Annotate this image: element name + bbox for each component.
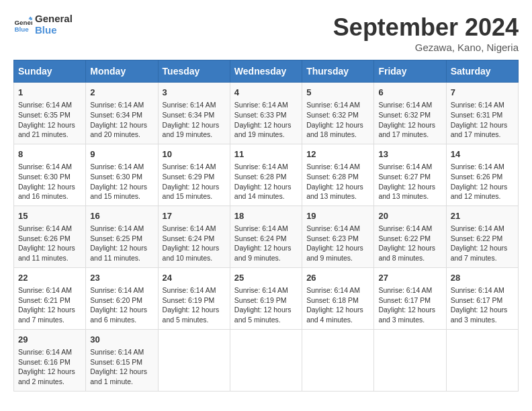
daylight-label: Daylight: 12 hours and 11 minutes.	[90, 244, 147, 262]
sunrise: Sunrise: 6:14 AM	[90, 101, 144, 109]
sunrise: Sunrise: 6:14 AM	[90, 224, 144, 232]
sunset: Sunset: 6:17 PM	[451, 296, 503, 304]
sunrise: Sunrise: 6:14 AM	[234, 286, 288, 294]
day-number: 26	[306, 272, 369, 284]
sunrise: Sunrise: 6:14 AM	[90, 286, 144, 294]
day-number: 15	[18, 210, 81, 222]
sunrise: Sunrise: 6:14 AM	[163, 224, 216, 232]
calendar-cell	[158, 329, 230, 391]
sunset: Sunset: 6:26 PM	[18, 234, 71, 242]
daylight-label: Daylight: 12 hours and 1 minute.	[90, 367, 147, 385]
day-number: 16	[90, 210, 153, 222]
sunrise: Sunrise: 6:14 AM	[18, 224, 72, 232]
daylight-label: Daylight: 12 hours and 7 minutes.	[451, 244, 508, 262]
daylight-label: Daylight: 12 hours and 5 minutes.	[163, 306, 220, 324]
header-friday: Friday	[374, 60, 446, 83]
sunset: Sunset: 6:24 PM	[234, 234, 287, 242]
daylight-label: Daylight: 12 hours and 19 minutes.	[163, 121, 220, 139]
day-number: 20	[378, 210, 441, 222]
calendar-week-1: 1Sunrise: 6:14 AMSunset: 6:35 PMDaylight…	[14, 83, 519, 144]
day-number: 23	[90, 272, 153, 284]
sunset: Sunset: 6:26 PM	[451, 173, 503, 181]
sunset: Sunset: 6:23 PM	[306, 234, 359, 242]
sunset: Sunset: 6:22 PM	[378, 234, 431, 242]
sunset: Sunset: 6:22 PM	[451, 234, 503, 242]
sunrise: Sunrise: 6:14 AM	[306, 101, 360, 109]
calendar-week-2: 8Sunrise: 6:14 AMSunset: 6:30 PMDaylight…	[14, 144, 519, 205]
header-monday: Monday	[86, 60, 158, 83]
calendar-cell	[374, 329, 446, 391]
calendar-cell: 17Sunrise: 6:14 AMSunset: 6:24 PMDayligh…	[158, 205, 230, 267]
day-number: 17	[163, 210, 226, 222]
calendar-cell: 21Sunrise: 6:14 AMSunset: 6:22 PMDayligh…	[446, 205, 518, 267]
sunset: Sunset: 6:31 PM	[451, 111, 503, 119]
sunset: Sunset: 6:35 PM	[18, 111, 71, 119]
sunset: Sunset: 6:28 PM	[234, 173, 287, 181]
calendar-cell: 18Sunrise: 6:14 AMSunset: 6:24 PMDayligh…	[230, 205, 302, 267]
sunrise: Sunrise: 6:14 AM	[90, 348, 144, 356]
calendar-week-3: 15Sunrise: 6:14 AMSunset: 6:26 PMDayligh…	[14, 205, 519, 267]
day-number: 19	[306, 210, 369, 222]
sunset: Sunset: 6:30 PM	[18, 173, 71, 181]
day-number: 30	[90, 334, 153, 346]
location: Gezawa, Kano, Nigeria	[333, 42, 519, 53]
day-number: 1	[18, 87, 81, 99]
sunrise: Sunrise: 6:14 AM	[378, 286, 432, 294]
logo-line1: General	[35, 13, 73, 25]
sunrise: Sunrise: 6:14 AM	[306, 163, 360, 171]
calendar-cell: 4Sunrise: 6:14 AMSunset: 6:33 PMDaylight…	[230, 83, 302, 144]
calendar-table: SundayMondayTuesdayWednesdayThursdayFrid…	[13, 60, 519, 392]
calendar-cell: 23Sunrise: 6:14 AMSunset: 6:20 PMDayligh…	[86, 267, 158, 329]
calendar-cell: 3Sunrise: 6:14 AMSunset: 6:34 PMDaylight…	[158, 83, 230, 144]
daylight-label: Daylight: 12 hours and 20 minutes.	[90, 121, 147, 139]
calendar-cell: 5Sunrise: 6:14 AMSunset: 6:32 PMDaylight…	[302, 83, 374, 144]
daylight-label: Daylight: 12 hours and 17 minutes.	[378, 121, 435, 139]
calendar-cell: 24Sunrise: 6:14 AMSunset: 6:19 PMDayligh…	[158, 267, 230, 329]
daylight-label: Daylight: 12 hours and 9 minutes.	[306, 244, 363, 262]
calendar-cell: 15Sunrise: 6:14 AMSunset: 6:26 PMDayligh…	[14, 205, 86, 267]
header-sunday: Sunday	[14, 60, 86, 83]
day-number: 25	[234, 272, 298, 284]
day-number: 5	[306, 87, 369, 99]
daylight-label: Daylight: 12 hours and 3 minutes.	[451, 306, 508, 324]
logo-icon: General Blue	[13, 15, 32, 34]
calendar-cell: 29Sunrise: 6:14 AMSunset: 6:16 PMDayligh…	[14, 329, 86, 391]
daylight-label: Daylight: 12 hours and 4 minutes.	[306, 306, 363, 324]
daylight-label: Daylight: 12 hours and 21 minutes.	[18, 121, 75, 139]
sunrise: Sunrise: 6:14 AM	[451, 101, 504, 109]
calendar-cell: 13Sunrise: 6:14 AMSunset: 6:27 PMDayligh…	[374, 144, 446, 205]
header-wednesday: Wednesday	[230, 60, 302, 83]
daylight-label: Daylight: 12 hours and 12 minutes.	[451, 183, 508, 201]
sunset: Sunset: 6:27 PM	[378, 173, 431, 181]
day-number: 21	[451, 210, 514, 222]
page-header: General Blue General Blue September 2024…	[13, 13, 519, 53]
sunrise: Sunrise: 6:14 AM	[234, 163, 288, 171]
sunset: Sunset: 6:19 PM	[163, 296, 215, 304]
sunset: Sunset: 6:21 PM	[18, 296, 71, 304]
title-block: September 2024 Gezawa, Kano, Nigeria	[333, 13, 519, 53]
logo-line2: Blue	[35, 25, 73, 36]
sunrise: Sunrise: 6:14 AM	[163, 101, 216, 109]
daylight-label: Daylight: 12 hours and 8 minutes.	[378, 244, 435, 262]
sunrise: Sunrise: 6:14 AM	[18, 348, 72, 356]
daylight-label: Daylight: 12 hours and 5 minutes.	[234, 306, 292, 324]
sunrise: Sunrise: 6:14 AM	[451, 163, 504, 171]
day-number: 14	[451, 148, 514, 161]
daylight-label: Daylight: 12 hours and 13 minutes.	[378, 183, 435, 201]
calendar-cell: 16Sunrise: 6:14 AMSunset: 6:25 PMDayligh…	[86, 205, 158, 267]
sunrise: Sunrise: 6:14 AM	[378, 224, 432, 232]
calendar-cell: 30Sunrise: 6:14 AMSunset: 6:15 PMDayligh…	[86, 329, 158, 391]
calendar-week-4: 22Sunrise: 6:14 AMSunset: 6:21 PMDayligh…	[14, 267, 519, 329]
day-number: 11	[234, 148, 298, 161]
calendar-cell: 2Sunrise: 6:14 AMSunset: 6:34 PMDaylight…	[86, 83, 158, 144]
calendar-cell	[446, 329, 518, 391]
daylight-label: Daylight: 12 hours and 17 minutes.	[451, 121, 508, 139]
calendar-cell: 9Sunrise: 6:14 AMSunset: 6:30 PMDaylight…	[86, 144, 158, 205]
daylight-label: Daylight: 12 hours and 10 minutes.	[163, 244, 220, 262]
sunrise: Sunrise: 6:14 AM	[378, 101, 432, 109]
sunset: Sunset: 6:24 PM	[163, 234, 215, 242]
calendar-cell: 1Sunrise: 6:14 AMSunset: 6:35 PMDaylight…	[14, 83, 86, 144]
sunrise: Sunrise: 6:14 AM	[18, 101, 72, 109]
day-number: 9	[90, 148, 153, 161]
calendar-cell: 11Sunrise: 6:14 AMSunset: 6:28 PMDayligh…	[230, 144, 302, 205]
